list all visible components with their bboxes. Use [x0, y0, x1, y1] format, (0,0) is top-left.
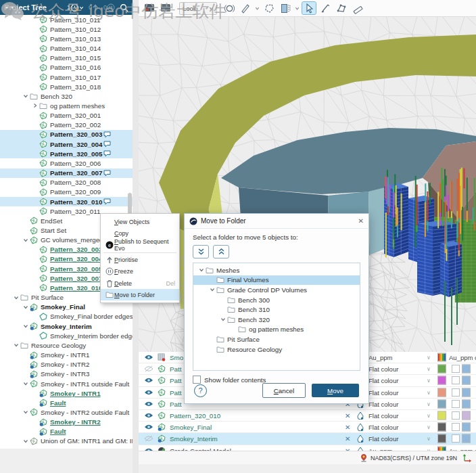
secondary-colour-swatch[interactable]	[462, 399, 471, 408]
menu-item-publish-to-seequent-evo[interactable]: ePublish to Seequent Evo	[101, 239, 179, 250]
legend-checkbox[interactable]	[452, 434, 460, 443]
menu-item-copy[interactable]: Copy	[101, 227, 179, 239]
flat-colour-swatch[interactable]	[437, 411, 446, 420]
tree-item-pattern-320-002[interactable]: Pattern_320_002	[0, 120, 133, 130]
tree-item-pattern-310-012[interactable]: Pattern_310_012	[0, 24, 133, 34]
help-button[interactable]: ?	[194, 384, 207, 397]
tree-item-union-of-gm-intr1-and-gm-intr2-a[interactable]: Union of GM: INTR1 and GM: INTR2 a...	[0, 436, 133, 446]
tree-item-pattern-320-001[interactable]: Pattern_320_001	[0, 111, 133, 120]
chevron-open-icon[interactable]	[210, 287, 215, 292]
legend-checkbox[interactable]	[452, 411, 460, 420]
tree-item-resource-geology[interactable]: Resource Geology	[0, 340, 133, 350]
comment-bubble-icon[interactable]	[103, 131, 111, 138]
chevron-open-icon[interactable]	[23, 238, 28, 243]
tree-item-bench-320[interactable]: Bench 320	[0, 91, 133, 101]
colour-mode-dropdown[interactable]: Flat colour	[368, 365, 398, 373]
menu-item-move-to-folder[interactable]: Move to Folder	[101, 289, 179, 300]
tree-item-smokey-intr2[interactable]: Smokey - INTR2	[0, 418, 133, 427]
dialog-folder-pit-surface[interactable]: Pit Surface	[193, 334, 360, 344]
remove-icon[interactable]: ✕	[345, 424, 350, 431]
tree-item-pattern-310-014[interactable]: Pattern_310_014	[0, 43, 133, 53]
expand-all-button[interactable]	[193, 245, 209, 258]
comment-bubble-icon[interactable]	[103, 150, 111, 157]
tree-item-pattern-320-003[interactable]: Pattern_320_003	[0, 130, 133, 139]
chevron-down-icon[interactable]: ∨	[427, 401, 431, 407]
colour-mode-dropdown[interactable]: Flat colour	[368, 435, 398, 443]
colour-mode-dropdown[interactable]: Au_ppm	[368, 354, 392, 361]
menu-item-prioritise[interactable]: Prioritise	[101, 254, 179, 266]
chevron-down-icon[interactable]: ∨	[427, 366, 431, 372]
comment-bubble-icon[interactable]	[103, 198, 111, 205]
tree-item-smokey-final-border-edges[interactable]: Smokey_Final border edges	[0, 312, 133, 321]
crs-label[interactable]: NAD83(CSRS) / UTM zone 19N	[371, 455, 457, 461]
dialog-folder-bench-310[interactable]: Bench 310	[193, 305, 360, 315]
tree-item-smokey-intr2[interactable]: Smokey - INTR2	[0, 360, 133, 369]
chevron-down-icon[interactable]: ∨	[427, 424, 431, 430]
chevron-down-icon[interactable]: ∨	[427, 378, 431, 384]
menu-item-view-objects[interactable]: View Objects	[101, 216, 179, 227]
scene-window-button[interactable]	[143, 2, 156, 14]
flat-colour-swatch[interactable]	[437, 388, 446, 397]
dialog-title-bar[interactable]: Move to Folder ✕	[185, 214, 368, 229]
tree-item-fault[interactable]: Fault	[0, 427, 133, 436]
tree-item-pattern-310-018[interactable]: Pattern_310_018	[0, 82, 133, 91]
cancel-button[interactable]: Cancel	[262, 383, 306, 398]
chevron-open-icon[interactable]	[14, 295, 19, 300]
dialog-folder-bench-300[interactable]: Bench 300	[193, 295, 360, 305]
tree-item-pattern-310-017[interactable]: Pattern_310_017	[0, 72, 133, 82]
tree-item-og-pattern-meshes[interactable]: og pattern meshes	[0, 101, 133, 110]
flat-colour-swatch[interactable]	[437, 376, 446, 385]
secondary-colour-swatch[interactable]	[462, 411, 471, 420]
chevron-open-icon[interactable]	[23, 409, 28, 415]
chevron-down-icon[interactable]: ∨	[427, 413, 431, 419]
tree-item-smokey-interim-border-edges[interactable]: Smokey_Interim border edges	[0, 331, 133, 340]
legend-checkbox[interactable]	[452, 423, 460, 431]
search-button[interactable]	[120, 3, 128, 12]
legend-checkbox[interactable]	[452, 376, 460, 384]
chevron-open-icon[interactable]	[23, 381, 28, 386]
visibility-eye-icon[interactable]	[144, 424, 153, 430]
secondary-colour-swatch[interactable]	[462, 388, 471, 397]
visibility-eye-icon[interactable]	[144, 354, 153, 361]
tree-item-pattern-320-005[interactable]: Pattern_320_005	[0, 149, 133, 158]
colour-mode-dropdown[interactable]: Flat colour	[368, 400, 398, 407]
slice-box-dropdown[interactable]	[295, 2, 300, 14]
colour-mode-dropdown[interactable]: Flat colour	[368, 377, 398, 384]
polyline-tool-button[interactable]	[335, 2, 348, 14]
history-count-button[interactable]: 1	[67, 3, 84, 12]
tree-item-pattern-310-016[interactable]: Pattern_310_016	[0, 63, 133, 72]
tree-item-smokey-intr2-outside-fault[interactable]: Smokey - INTR2 outside Fault	[0, 407, 133, 417]
flat-colour-swatch[interactable]	[437, 423, 446, 432]
tree-item-smokey-final[interactable]: Smokey_Final	[0, 302, 133, 312]
chevron-open-icon[interactable]	[199, 267, 204, 273]
secondary-colour-swatch[interactable]	[462, 376, 471, 385]
chevron-closed-icon[interactable]	[32, 103, 38, 108]
shape-row-smokey-interim[interactable]: Smokey_Interim✕Flat colour∨	[139, 433, 476, 445]
legend-checkbox[interactable]	[452, 388, 460, 397]
dialog-folder-bench-320[interactable]: Bench 320	[193, 315, 360, 325]
shape-row-smokey-final[interactable]: Smokey_Final✕Flat colour∨	[139, 422, 476, 433]
secondary-colour-swatch[interactable]	[462, 434, 471, 443]
tree-item-pattern-310-013[interactable]: Pattern_310_013	[0, 34, 133, 43]
upload-count-button[interactable]: 0	[89, 4, 99, 12]
colour-mode-dropdown[interactable]: Flat colour	[368, 412, 398, 420]
colour-mode-dropdown[interactable]: Flat colour	[368, 424, 398, 431]
tree-item-pattern-320-009[interactable]: Pattern_320_009	[0, 187, 133, 197]
colour-ramp-swatch[interactable]	[437, 353, 446, 362]
legend-checkbox[interactable]	[452, 400, 460, 408]
visibility-eye-icon[interactable]	[144, 412, 153, 419]
slice-box-tool-button[interactable]	[279, 2, 292, 14]
move-button[interactable]: Move	[312, 384, 359, 397]
tree-item-pattern-320-010[interactable]: Pattern_320_010	[0, 197, 133, 206]
colour-options-icon[interactable]	[357, 411, 364, 420]
chevron-open-icon[interactable]	[23, 438, 28, 444]
dialog-folder-grade-control-dp-volumes[interactable]: Grade Control DP Volumes	[193, 285, 360, 295]
tree-item-pattern-310-015[interactable]: Pattern_310_015	[0, 53, 133, 63]
chevron-open-icon[interactable]	[23, 93, 28, 99]
look-dropdown[interactable]: Look	[179, 2, 217, 15]
chevron-open-icon[interactable]	[23, 305, 28, 310]
flat-colour-swatch[interactable]	[437, 434, 446, 443]
slicer-pen-tool-button[interactable]	[239, 2, 252, 14]
legend-checkbox[interactable]	[452, 365, 460, 373]
slicer-pen-dropdown[interactable]	[255, 2, 260, 14]
